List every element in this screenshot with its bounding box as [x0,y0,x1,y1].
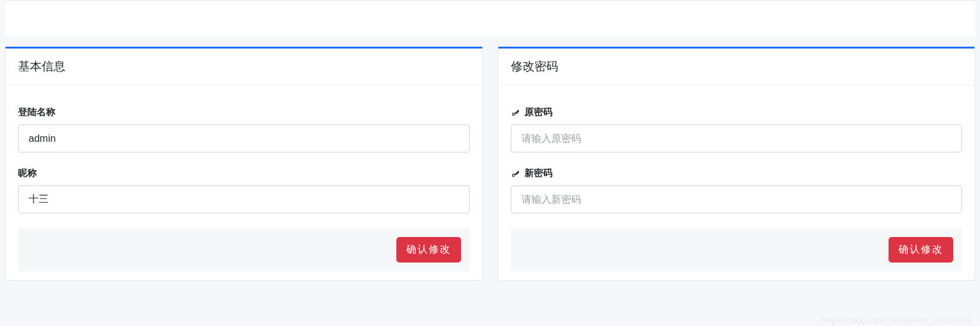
login-name-input[interactable] [18,124,470,152]
new-password-group: 新密码 [511,167,963,213]
change-password-footer: 确认修改 [511,228,963,271]
change-password-body: 原密码 新密码 [498,85,975,217]
nickname-group: 昵称 [18,167,470,213]
basic-info-submit-button[interactable]: 确认修改 [396,237,461,263]
nickname-label: 昵称 [18,167,470,179]
login-name-group: 登陆名称 [18,106,470,152]
card-container: 基本信息 登陆名称 昵称 确认修改 修改密码 [0,47,980,286]
old-password-group: 原密码 [511,106,963,152]
new-password-label: 新密码 [525,167,553,179]
basic-info-title: 基本信息 [6,49,482,85]
change-password-submit-button[interactable]: 确认修改 [889,237,953,263]
old-password-label: 原密码 [525,106,553,118]
nickname-input[interactable] [18,185,470,213]
new-password-input[interactable] [511,185,963,213]
new-password-label-row: 新密码 [511,167,963,179]
basic-info-footer: 确认修改 [18,228,470,271]
basic-info-body: 登陆名称 昵称 [6,85,482,217]
change-password-title: 修改密码 [498,49,975,85]
basic-info-card: 基本信息 登陆名称 昵称 确认修改 [5,47,483,281]
key-icon [511,108,521,118]
top-spacer [5,0,975,36]
login-name-label: 登陆名称 [18,106,470,118]
old-password-label-row: 原密码 [511,106,963,118]
change-password-card: 修改密码 原密码 [498,47,976,281]
old-password-input[interactable] [511,124,963,152]
key-icon [511,169,521,179]
